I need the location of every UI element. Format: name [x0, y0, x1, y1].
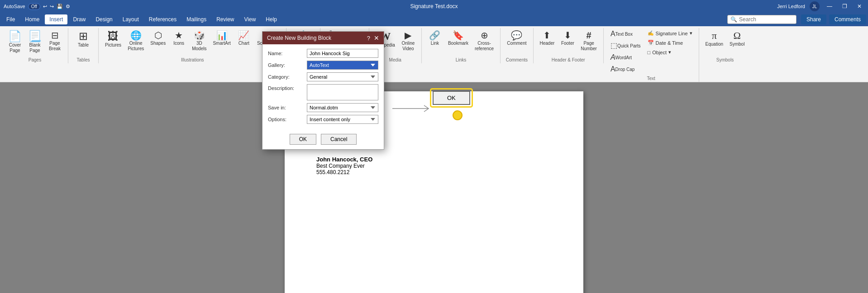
3d-models-btn[interactable]: 🎲 3DModels — [189, 29, 209, 53]
shapes-icon: ⬡ — [154, 31, 162, 40]
text-group-label: Text — [607, 75, 695, 82]
savein-select[interactable]: Normal.dotm — [307, 103, 378, 112]
drop-cap-btn[interactable]: A Drop Cap — [607, 64, 644, 75]
menu-design[interactable]: Design — [91, 14, 117, 24]
text-box-btn[interactable]: A Text Box — [607, 29, 644, 40]
title-bar: AutoSave Off ↩ ↪ 💾 ⚙ Signature Test.docx… — [0, 0, 868, 13]
signature-line-btn[interactable]: ✍ Signature Line ▾ — [645, 29, 695, 38]
savein-label: Save in: — [268, 105, 304, 110]
comment-btn[interactable]: 💬 Comment — [504, 29, 529, 48]
dialog-options-row: Options: Insert content only — [268, 115, 378, 124]
online-video-icon: ▶ — [405, 31, 411, 40]
menu-insert[interactable]: Insert — [45, 14, 67, 24]
page-break-btn[interactable]: ⊟ PageBreak — [45, 29, 64, 53]
wordart-icon: A — [610, 54, 615, 61]
3d-models-icon: 🎲 — [194, 31, 205, 40]
document-title: Signature Test.docx — [410, 3, 458, 9]
user-avatar[interactable]: JL — [810, 1, 820, 11]
cross-reference-icon: ⊕ — [481, 31, 488, 40]
tables-group-label: Tables — [72, 57, 95, 63]
search-input[interactable] — [739, 16, 793, 23]
dialog-ok-btn[interactable]: OK — [290, 134, 316, 145]
drop-cap-icon: A — [610, 66, 615, 73]
table-btn[interactable]: ⊞ Table — [72, 29, 95, 50]
autosave-toggle[interactable]: Off — [28, 3, 40, 10]
ribbon-search-box[interactable]: 🔍 — [727, 15, 796, 24]
menu-home[interactable]: Home — [20, 14, 44, 24]
menu-mailings[interactable]: Mailings — [182, 14, 211, 24]
smartart-btn[interactable]: 📊 SmartArt — [210, 29, 233, 48]
autosave-label: AutoSave — [4, 4, 25, 9]
document-area: John Hancock, CEO Best Company Ever 555.… — [0, 82, 868, 293]
menu-draw[interactable]: Draw — [68, 14, 90, 24]
cross-reference-btn[interactable]: ⊕ Cross-reference — [472, 29, 496, 53]
description-input[interactable] — [307, 84, 378, 100]
header-btn[interactable]: ⬆ Header — [537, 29, 558, 48]
ribbon-group-links: 🔗 Link 🔖 Bookmark ⊕ Cross-reference Link… — [422, 28, 501, 63]
bookmark-btn[interactable]: 🔖 Bookmark — [445, 29, 471, 48]
search-icon: 🔍 — [730, 16, 737, 23]
pages-group-label: Pages — [5, 57, 64, 63]
user-name: Jerri Ledford — [777, 4, 805, 9]
dialog-description-row: Description: — [268, 84, 378, 100]
signer-phone: 555.480.2212 — [316, 169, 552, 175]
equation-btn[interactable]: π Equation — [703, 29, 726, 49]
menu-review[interactable]: Review — [212, 14, 238, 24]
link-btn[interactable]: 🔗 Link — [425, 29, 444, 48]
symbols-group-label: Symbols — [703, 57, 748, 63]
table-icon: ⊞ — [79, 31, 88, 42]
symbol-icon: Ω — [734, 31, 741, 41]
chart-btn[interactable]: 📈 Chart — [234, 29, 253, 48]
illustrations-group-label: Illustrations — [102, 57, 282, 63]
links-group-label: Links — [425, 57, 496, 63]
customize-icon[interactable]: ⚙ — [66, 4, 70, 9]
header-icon: ⬆ — [543, 31, 551, 40]
pictures-icon: 🖼 — [108, 31, 119, 42]
ribbon: 📄 CoverPage 📃 BlankPage ⊟ PageBreak Page… — [0, 26, 868, 82]
object-btn[interactable]: □ Object ▾ — [645, 48, 695, 57]
comments-btn[interactable]: Comments — [829, 14, 866, 24]
menu-file[interactable]: File — [2, 14, 19, 24]
ribbon-group-text: A Text Box ⬚ Quick Parts A WordArt A Dro… — [604, 28, 699, 82]
close-btn[interactable]: ✕ — [854, 2, 864, 10]
comments-group-label: Comments — [504, 57, 529, 63]
blank-page-btn[interactable]: 📃 BlankPage — [25, 29, 44, 55]
quick-parts-icon: ⬚ — [610, 42, 617, 49]
undo-icon[interactable]: ↩ — [43, 4, 47, 9]
signature-line-icon: ✍ — [648, 30, 654, 36]
ribbon-group-illustrations: 🖼 Pictures 🌐 OnlinePictures ⬡ Shapes ★ I… — [99, 28, 286, 63]
options-select[interactable]: Insert content only — [307, 115, 378, 124]
cover-page-btn[interactable]: 📄 CoverPage — [5, 29, 24, 55]
date-time-btn[interactable]: 📅 Date & Time — [645, 38, 695, 47]
redo-icon[interactable]: ↪ — [50, 4, 54, 9]
restore-btn[interactable]: ❐ — [839, 2, 850, 10]
menu-references[interactable]: References — [144, 14, 181, 24]
footer-icon: ⬇ — [564, 31, 572, 40]
pictures-btn[interactable]: 🖼 Pictures — [102, 29, 124, 50]
share-btn[interactable]: Share — [801, 14, 826, 24]
menu-view[interactable]: View — [240, 14, 261, 24]
header-footer-group-label: Header & Footer — [537, 57, 600, 63]
symbol-btn[interactable]: Ω Symbol — [727, 29, 747, 49]
shapes-btn[interactable]: ⬡ Shapes — [148, 29, 168, 48]
bookmark-icon: 🔖 — [453, 31, 464, 40]
ribbon-group-header-footer: ⬆ Header ⬇ Footer # PageNumber Header & … — [534, 28, 604, 63]
page-number-btn[interactable]: # PageNumber — [578, 29, 600, 53]
online-video-btn[interactable]: ▶ OnlineVideo — [399, 29, 418, 53]
menu-layout[interactable]: Layout — [118, 14, 143, 24]
dialog-cancel-btn[interactable]: Cancel — [321, 134, 357, 145]
ribbon-group-comments: 💬 Comment Comments — [501, 28, 533, 63]
create-building-block-dialog: Create New Building Block ? ✕ Name: Gall… — [262, 82, 384, 150]
online-pictures-btn[interactable]: 🌐 OnlinePictures — [125, 29, 147, 53]
wordart-btn[interactable]: A WordArt — [607, 52, 644, 63]
save-icon[interactable]: 💾 — [57, 4, 63, 9]
minimize-btn[interactable]: — — [824, 2, 835, 10]
menu-help[interactable]: Help — [261, 14, 281, 24]
footer-btn[interactable]: ⬇ Footer — [558, 29, 577, 48]
equation-icon: π — [712, 31, 717, 41]
icons-btn[interactable]: ★ Icons — [169, 29, 188, 48]
quick-parts-btn[interactable]: ⬚ Quick Parts — [607, 41, 644, 52]
title-bar-right: Jerri Ledford JL — ❐ ✕ — [777, 1, 864, 11]
dialog-body: Name: Gallery: AutoText Category: Genera… — [262, 82, 384, 131]
signer-company: Best Company Ever — [316, 163, 552, 169]
